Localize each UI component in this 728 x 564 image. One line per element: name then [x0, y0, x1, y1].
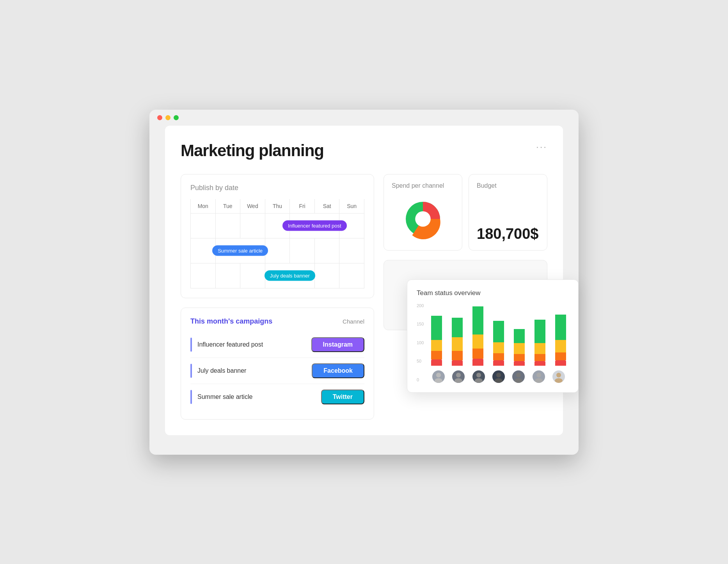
instagram-badge[interactable]: Instagram [311, 337, 364, 352]
bar-group-4 [490, 321, 506, 366]
bar-seg-green [493, 321, 504, 342]
avatar-2 [452, 370, 465, 383]
cal-cell [216, 214, 241, 238]
event-summer-sale[interactable]: Summer sale article [212, 246, 268, 256]
cal-cell [265, 238, 290, 263]
bar-seg-orange [555, 352, 566, 360]
cal-cell [339, 214, 364, 238]
bar-seg-yellow [431, 340, 442, 351]
main-window: Marketing planning ··· Publish by date M… [149, 110, 579, 455]
bar-group-3 [470, 306, 486, 366]
page-title: Marketing planning [181, 141, 324, 160]
avatar-7 [552, 370, 565, 383]
titlebar [149, 110, 579, 126]
avatar-1 [432, 370, 445, 383]
campaign-left: Summer sale article [190, 390, 252, 404]
bar-seg-red [493, 360, 504, 366]
cal-cell [191, 238, 216, 263]
bar-seg-green [431, 316, 442, 340]
bar-group-5 [511, 329, 527, 366]
cal-cell-event: Summer sale article [216, 238, 265, 263]
campaigns-header: This month's campaigns Channel [190, 317, 364, 326]
bar-seg-red [555, 360, 566, 366]
cal-cell-event: July deals banner [265, 263, 315, 288]
cal-cell [315, 263, 340, 288]
bar-seg-red [514, 361, 525, 366]
cal-header-fri: Fri [290, 199, 315, 214]
team-card-wrapper: Team status overview 200 150 100 50 0 [384, 260, 547, 330]
cal-header-tue: Tue [216, 199, 241, 214]
svg-point-9 [516, 373, 521, 377]
y-label: 0 [417, 377, 424, 382]
bar-seg-red [452, 360, 463, 366]
cal-header-thu: Thu [265, 199, 290, 214]
bar-seg-yellow [555, 340, 566, 352]
event-influencer[interactable]: Influencer featured post [282, 221, 347, 231]
bar-seg-red [431, 359, 442, 366]
cal-header-wed: Wed [240, 199, 265, 214]
cal-cell [290, 238, 315, 263]
calendar-title: Publish by date [190, 184, 364, 192]
bar-seg-yellow [452, 337, 463, 351]
event-july-deals[interactable]: July deals banner [265, 270, 315, 281]
more-options-button[interactable]: ··· [536, 141, 547, 152]
cal-header-sat: Sat [315, 199, 340, 214]
bar-seg-yellow [514, 343, 525, 354]
maximize-dot[interactable] [174, 115, 179, 120]
cal-cell [240, 263, 265, 288]
campaign-name: July deals banner [197, 367, 246, 374]
cal-cell [339, 263, 364, 288]
campaigns-card: This month's campaigns Channel Influence… [181, 308, 374, 420]
avatar-4 [492, 370, 505, 383]
minimize-dot[interactable] [165, 115, 170, 120]
bar-group-1 [428, 316, 444, 366]
cal-header-mon: Mon [191, 199, 216, 214]
bar-seg-yellow [493, 342, 504, 353]
spend-title: Spend per channel [392, 182, 454, 189]
twitter-badge[interactable]: Twitter [321, 390, 364, 404]
bar-chart [417, 303, 569, 366]
team-status-card: Team status overview 200 150 100 50 0 [407, 279, 579, 393]
cal-header-sun: Sun [339, 199, 364, 214]
bar-seg-yellow [534, 343, 545, 354]
svg-point-14 [555, 378, 563, 383]
pie-center [415, 211, 431, 227]
bar-group-2 [449, 318, 465, 366]
left-column: Publish by date Mon Tue Wed Thu Fri Sat … [181, 174, 374, 420]
content-grid: Publish by date Mon Tue Wed Thu Fri Sat … [181, 174, 547, 420]
cal-cell-event: Influencer featured post [290, 214, 339, 238]
calendar-card: Publish by date Mon Tue Wed Thu Fri Sat … [181, 174, 374, 298]
campaign-left: Influencer featured post [190, 338, 263, 352]
campaigns-title: This month's campaigns [190, 317, 272, 326]
avatar-3 [472, 370, 485, 383]
cal-row-1: Influencer featured post [190, 214, 364, 238]
svg-point-7 [496, 373, 501, 377]
pie-svg [401, 197, 444, 240]
campaign-bar [190, 338, 192, 352]
svg-point-13 [556, 373, 561, 377]
close-dot[interactable] [157, 115, 162, 120]
svg-point-6 [475, 378, 483, 383]
campaign-name: Summer sale article [197, 393, 252, 400]
svg-point-11 [536, 373, 541, 377]
bar-seg-yellow [472, 334, 483, 349]
avatar-5 [512, 370, 525, 383]
bar-seg-green [452, 318, 463, 337]
svg-point-2 [435, 378, 442, 383]
right-column: Spend per channel [384, 174, 547, 420]
channel-header-label: Channel [343, 318, 364, 325]
bar-seg-orange [452, 351, 463, 360]
campaign-item-summer: Summer sale article Twitter [190, 384, 364, 410]
svg-point-5 [476, 373, 481, 377]
facebook-badge[interactable]: Facebook [312, 363, 364, 378]
campaign-item-july: July deals banner Facebook [190, 358, 364, 384]
pie-chart [392, 196, 454, 242]
svg-point-1 [436, 373, 441, 377]
bar-seg-green [514, 329, 525, 343]
bar-seg-green [555, 315, 566, 340]
cal-row-2: Summer sale article [190, 238, 364, 263]
cal-cell [240, 214, 265, 238]
campaign-bar [190, 390, 192, 404]
budget-card: Budget 180,700$ [469, 174, 547, 251]
svg-point-10 [515, 378, 522, 383]
